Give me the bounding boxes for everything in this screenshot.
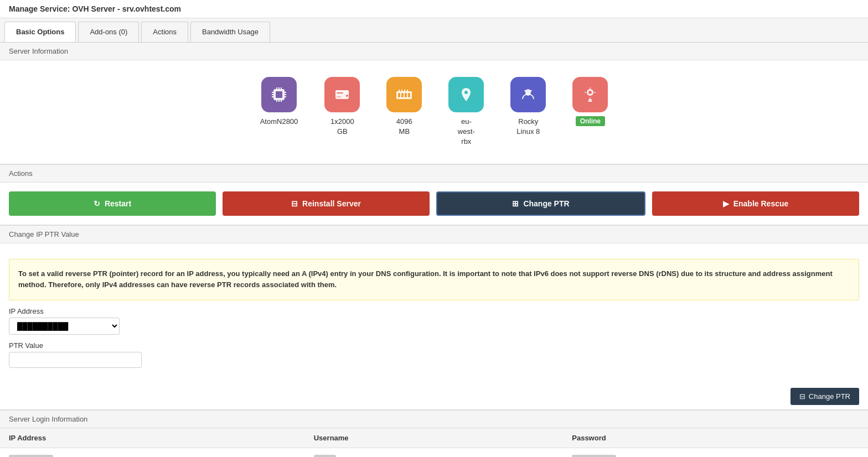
status-label: Online	[576, 117, 605, 125]
restart-button[interactable]: ↻ Restart	[9, 191, 216, 216]
actions-section: Actions ↻ Restart ⊟ Reinstall Server ⊞ C…	[0, 165, 868, 225]
tab-bandwidth-usage[interactable]: Bandwidth Usage	[190, 22, 270, 42]
server-icon-status: Online	[572, 77, 608, 125]
tab-actions[interactable]: Actions	[141, 22, 188, 42]
cpu-icon	[261, 77, 297, 112]
ip-address-label: IP Address	[9, 307, 859, 315]
tabs-bar: Basic Options Add-ons (0) Actions Bandwi…	[0, 18, 868, 43]
server-icon-cpu: AtomN2800	[260, 77, 298, 127]
svg-rect-1	[276, 91, 282, 98]
col-username: Username	[305, 428, 564, 448]
svg-rect-2	[272, 92, 273, 93]
svg-rect-24	[399, 90, 400, 91]
ptr-value-group: PTR Value	[9, 341, 859, 368]
ip-address-select[interactable]: ██████████	[9, 318, 120, 335]
svg-point-31	[530, 90, 532, 92]
col-password: Password	[563, 428, 868, 448]
server-icon-os: RockyLinux 8	[510, 77, 546, 137]
reinstall-button[interactable]: ⊟ Reinstall Server	[223, 191, 430, 216]
location-icon	[448, 77, 484, 112]
svg-rect-20	[398, 93, 400, 97]
svg-rect-9	[278, 87, 280, 89]
ram-icon	[386, 77, 422, 112]
svg-rect-22	[405, 93, 407, 97]
svg-rect-25	[401, 90, 402, 91]
disk-icon	[324, 77, 360, 112]
svg-rect-27	[407, 90, 408, 91]
svg-rect-21	[401, 93, 404, 97]
change-ptr-header: Change IP PTR Value	[0, 226, 868, 243]
svg-rect-8	[276, 87, 277, 89]
page-header: Manage Service: OVH Server - srv.ovhtest…	[0, 0, 868, 18]
login-password-value	[572, 455, 616, 457]
login-ip-value	[9, 455, 53, 457]
form-actions: ⊟ Change PTR	[0, 383, 868, 409]
actions-header: Actions	[0, 165, 868, 183]
login-table: IP Address Username Password	[0, 428, 868, 457]
server-login-header: Server Login Information	[0, 411, 868, 428]
svg-rect-18	[337, 96, 341, 97]
login-username-cell	[305, 448, 564, 457]
server-icon-disk: 1x2000GB	[324, 77, 360, 137]
svg-rect-11	[276, 100, 277, 102]
change-ptr-icon: ⊞	[512, 199, 519, 208]
svg-point-30	[525, 90, 526, 92]
disk-label: 1x2000GB	[330, 117, 354, 137]
svg-rect-10	[281, 87, 282, 89]
os-label: RockyLinux 8	[516, 117, 540, 137]
reinstall-icon: ⊟	[291, 199, 298, 208]
svg-rect-5	[285, 92, 286, 93]
submit-change-ptr-button[interactable]: ⊟ Change PTR	[790, 388, 859, 405]
status-icon	[572, 77, 608, 112]
server-info-section: Server Information	[0, 43, 868, 164]
svg-point-33	[588, 91, 592, 94]
restart-icon: ↻	[94, 199, 100, 208]
svg-rect-34	[588, 101, 592, 102]
svg-rect-3	[272, 94, 273, 95]
os-icon	[510, 77, 546, 112]
enable-rescue-button[interactable]: ▶ Enable Rescue	[652, 191, 859, 216]
location-label: eu-west-rbx	[458, 117, 475, 147]
svg-rect-23	[408, 93, 410, 97]
svg-point-28	[464, 91, 468, 94]
col-ip: IP Address	[0, 428, 305, 448]
server-icons-row: AtomN2800 1x2000GB	[0, 60, 868, 164]
actions-buttons-row: ↻ Restart ⊟ Reinstall Server ⊞ Change PT…	[9, 191, 859, 216]
cpu-label: AtomN2800	[260, 117, 298, 127]
login-password-cell	[563, 448, 868, 457]
svg-rect-12	[278, 100, 280, 102]
server-login-section: Server Login Information IP Address User…	[0, 411, 868, 457]
login-username-value	[314, 455, 336, 457]
actions-buttons-container: ↻ Restart ⊟ Reinstall Server ⊞ Change PT…	[0, 183, 868, 225]
login-ip-cell	[0, 448, 305, 457]
ip-address-group: IP Address ██████████	[9, 307, 859, 335]
svg-rect-4	[272, 96, 273, 97]
server-icon-ram: 4096MB	[386, 77, 422, 137]
change-ptr-section: Change IP PTR Value To set a valid rever…	[0, 226, 868, 411]
svg-point-16	[346, 95, 348, 97]
tab-add-ons[interactable]: Add-ons (0)	[78, 22, 139, 42]
ram-label: 4096MB	[396, 117, 412, 137]
submit-ptr-icon: ⊟	[799, 392, 805, 401]
svg-rect-7	[285, 96, 286, 97]
svg-rect-17	[337, 92, 343, 94]
svg-rect-26	[404, 90, 405, 91]
change-ptr-body: To set a valid reverse PTR (pointer) rec…	[0, 243, 868, 384]
online-badge: Online	[576, 116, 605, 126]
ptr-value-label: PTR Value	[9, 341, 859, 350]
svg-rect-6	[285, 94, 286, 95]
enable-rescue-icon: ▶	[723, 199, 729, 208]
server-icon-location: eu-west-rbx	[448, 77, 484, 147]
server-info-header: Server Information	[0, 43, 868, 60]
ptr-value-input[interactable]	[9, 352, 142, 368]
table-row	[0, 448, 868, 457]
ptr-notice-box: To set a valid reverse PTR (pointer) rec…	[9, 259, 859, 301]
svg-rect-13	[281, 100, 282, 102]
ptr-notice-text: To set a valid reverse PTR (pointer) rec…	[18, 269, 833, 289]
change-ptr-button[interactable]: ⊞ Change PTR	[436, 191, 645, 216]
tab-basic-options[interactable]: Basic Options	[4, 22, 76, 42]
page-title: Manage Service: OVH Server - srv.ovhtest…	[9, 4, 181, 13]
